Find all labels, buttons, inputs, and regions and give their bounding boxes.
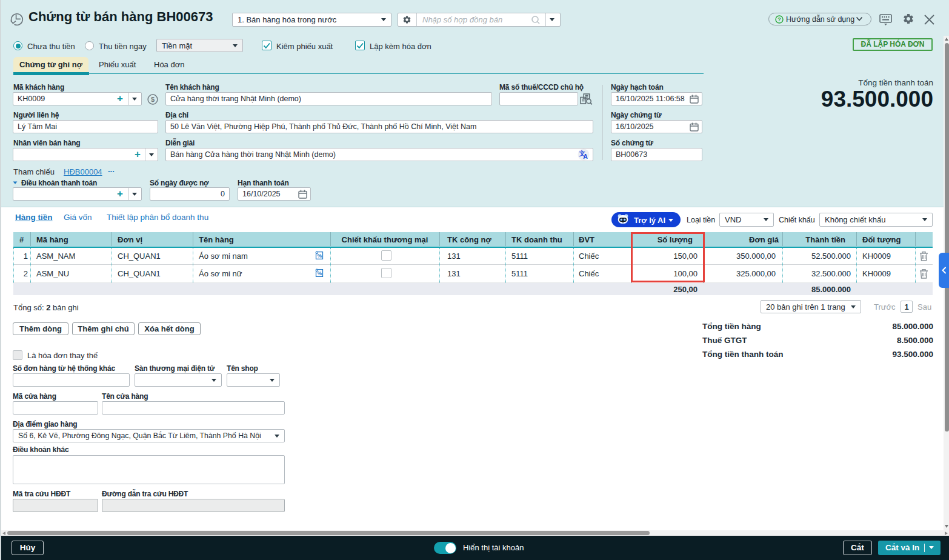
svg-text:?: ? — [778, 16, 781, 22]
svg-text:$: $ — [151, 96, 155, 103]
svg-text:%: % — [318, 253, 322, 259]
svg-text:%: % — [318, 270, 322, 276]
svg-text:A: A — [583, 153, 588, 160]
